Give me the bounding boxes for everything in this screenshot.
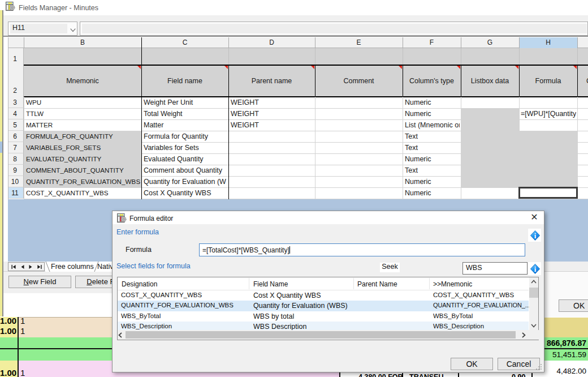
svg-text:i: i [534,232,537,240]
svg-text:i: i [534,265,537,273]
